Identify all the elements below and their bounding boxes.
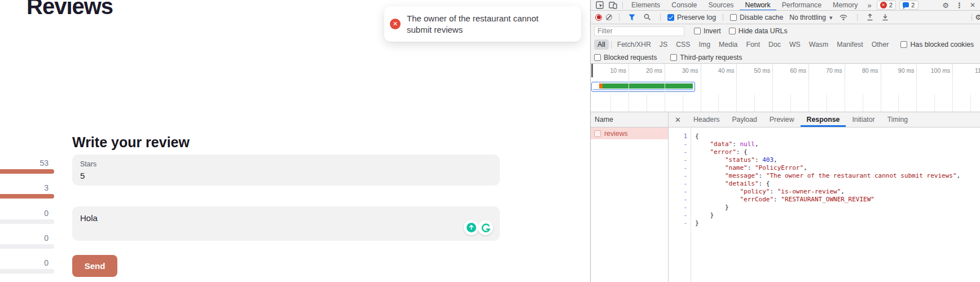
detail-tab-initiator[interactable]: Initiator bbox=[846, 112, 881, 127]
code-text: "errCode": "RESTAURANT_OWNER_REVIEW" bbox=[691, 196, 874, 204]
issues-badge[interactable]: 2 bbox=[899, 1, 918, 10]
filter-pill-doc[interactable]: Doc bbox=[765, 39, 784, 50]
token bbox=[695, 140, 710, 148]
request-name: reviews bbox=[604, 130, 628, 138]
import-har-icon[interactable] bbox=[867, 14, 873, 21]
throttling-select[interactable]: No throttling bbox=[789, 14, 832, 21]
tab-sources[interactable]: Sources bbox=[702, 0, 739, 11]
filter-pill-js[interactable]: JS bbox=[656, 39, 671, 50]
overview-gridline-minor bbox=[827, 95, 827, 112]
search-icon[interactable] bbox=[644, 14, 651, 21]
detail-tab-payload[interactable]: Payload bbox=[726, 112, 763, 127]
line-number: - bbox=[669, 164, 691, 172]
overview-gridline bbox=[952, 77, 953, 112]
request-row-reviews[interactable]: reviews bbox=[591, 127, 668, 139]
filter-pill-media[interactable]: Media bbox=[715, 39, 741, 50]
disable-cache-checkbox[interactable] bbox=[730, 14, 737, 21]
has-blocked-cookies-label[interactable]: Has blocked cookies bbox=[910, 41, 974, 49]
preserve-log-checkbox[interactable] bbox=[667, 14, 674, 21]
issues-count: 2 bbox=[911, 2, 915, 8]
tab-performance[interactable]: Performance bbox=[776, 0, 827, 11]
divider bbox=[723, 14, 723, 21]
code-text: } bbox=[691, 219, 699, 227]
code-text: "status": 403, bbox=[691, 156, 777, 164]
record-button[interactable] bbox=[595, 14, 602, 21]
filter-pill-all[interactable]: All bbox=[594, 39, 609, 50]
disable-cache-label[interactable]: Disable cache bbox=[740, 14, 783, 21]
line-number: - bbox=[669, 172, 691, 180]
timeline-tick-label: 11 bbox=[975, 67, 980, 74]
grammarly-icon[interactable] bbox=[478, 220, 493, 235]
invert-checkbox[interactable] bbox=[694, 28, 701, 34]
third-party-requests-checkbox[interactable] bbox=[670, 54, 677, 61]
timeline-overview[interactable] bbox=[591, 77, 980, 112]
blocked-requests-label[interactable]: Blocked requests bbox=[604, 54, 657, 61]
token: , bbox=[841, 188, 845, 195]
code-line: - "details": { bbox=[669, 180, 980, 188]
filter-pill-css[interactable]: CSS bbox=[673, 39, 693, 50]
error-toast: The owner of the restaurant cannot submi… bbox=[384, 6, 581, 42]
inspect-icon[interactable] bbox=[596, 1, 604, 10]
tab-elements[interactable]: Elements bbox=[626, 0, 666, 11]
export-har-icon[interactable] bbox=[882, 14, 889, 21]
grammarly-tone-icon[interactable] bbox=[464, 220, 479, 235]
review-form-heading: Write your review bbox=[72, 134, 190, 151]
network-settings-gear-icon[interactable] bbox=[975, 13, 980, 21]
filter-pill-ws[interactable]: WS bbox=[786, 39, 804, 50]
hide-data-urls-checkbox[interactable] bbox=[729, 28, 736, 34]
rating-bar bbox=[0, 269, 54, 274]
name-column-header[interactable]: Name bbox=[591, 112, 668, 127]
hide-data-urls-label[interactable]: Hide data URLs bbox=[739, 27, 788, 35]
timeline-tick-label: 90 ms bbox=[880, 67, 914, 74]
filter-pill-manifest[interactable]: Manifest bbox=[833, 39, 866, 50]
tab-memory[interactable]: Memory bbox=[827, 0, 863, 11]
filter-pill-font[interactable]: Font bbox=[742, 39, 763, 50]
network-conditions-icon[interactable] bbox=[839, 14, 848, 21]
preserve-log-label[interactable]: Preserve log bbox=[677, 14, 716, 21]
token: : bbox=[770, 188, 777, 195]
blocked-requests-checkbox[interactable] bbox=[594, 54, 601, 61]
rating-row: 3 bbox=[0, 183, 62, 208]
invert-label[interactable]: Invert bbox=[704, 27, 721, 35]
review-textarea[interactable]: Hola bbox=[72, 206, 500, 241]
app-root: Reviews The owner of the restaurant cann… bbox=[0, 0, 980, 282]
rating-histogram: 533000 bbox=[0, 158, 62, 282]
devtools-close-icon[interactable] bbox=[970, 1, 975, 9]
clear-button[interactable] bbox=[606, 14, 612, 20]
filter-pill-other[interactable]: Other bbox=[868, 39, 893, 50]
settings-gear-icon[interactable] bbox=[942, 1, 949, 10]
timeline-tick-label: 100 ms bbox=[916, 67, 950, 74]
more-tabs-chevron-icon[interactable]: » bbox=[863, 1, 874, 10]
filter-pill-fetchxhr[interactable]: Fetch/XHR bbox=[614, 39, 654, 50]
tab-console[interactable]: Console bbox=[666, 0, 702, 11]
send-button[interactable]: Send bbox=[72, 255, 117, 277]
detail-tab-timing[interactable]: Timing bbox=[881, 112, 914, 127]
overview-selection[interactable] bbox=[591, 82, 695, 92]
filter-input[interactable] bbox=[594, 27, 684, 36]
detail-tab-response[interactable]: Response bbox=[801, 112, 846, 127]
tab-network[interactable]: Network bbox=[740, 0, 776, 11]
overview-gridline bbox=[629, 77, 629, 112]
response-viewer: 1{- "data": null,- "error": {- "status":… bbox=[669, 127, 980, 282]
code-text: "details": { bbox=[691, 180, 770, 188]
token: null bbox=[740, 140, 755, 148]
gutter-divider bbox=[691, 127, 691, 282]
stars-field[interactable]: Stars 5 bbox=[72, 155, 500, 186]
detail-tab-preview[interactable]: Preview bbox=[763, 112, 801, 127]
third-party-requests-label[interactable]: Third-party requests bbox=[680, 54, 742, 61]
token bbox=[695, 188, 740, 195]
error-badge[interactable]: 2 bbox=[877, 1, 896, 10]
timeline-ruler: 10 ms20 ms30 ms40 ms50 ms60 ms70 ms80 ms… bbox=[591, 64, 980, 77]
token bbox=[695, 180, 725, 187]
menu-dots-icon[interactable] bbox=[956, 1, 963, 10]
device-toolbar-icon[interactable] bbox=[609, 1, 617, 9]
detail-tab-headers[interactable]: Headers bbox=[687, 112, 726, 127]
has-blocked-cookies-checkbox[interactable] bbox=[900, 41, 907, 48]
filter-pill-img[interactable]: Img bbox=[695, 39, 714, 50]
code-line: - "policy": "is-owner-review", bbox=[669, 188, 980, 196]
detail-close-icon[interactable]: ✕ bbox=[669, 116, 687, 124]
request-type-filter-bar: AllFetch/XHRJSCSSImgMediaFontDocWSWasmMa… bbox=[591, 38, 980, 51]
filter-pill-wasm[interactable]: Wasm bbox=[806, 39, 832, 50]
rating-row: 0 bbox=[0, 233, 62, 258]
filter-funnel-icon[interactable] bbox=[629, 14, 635, 21]
